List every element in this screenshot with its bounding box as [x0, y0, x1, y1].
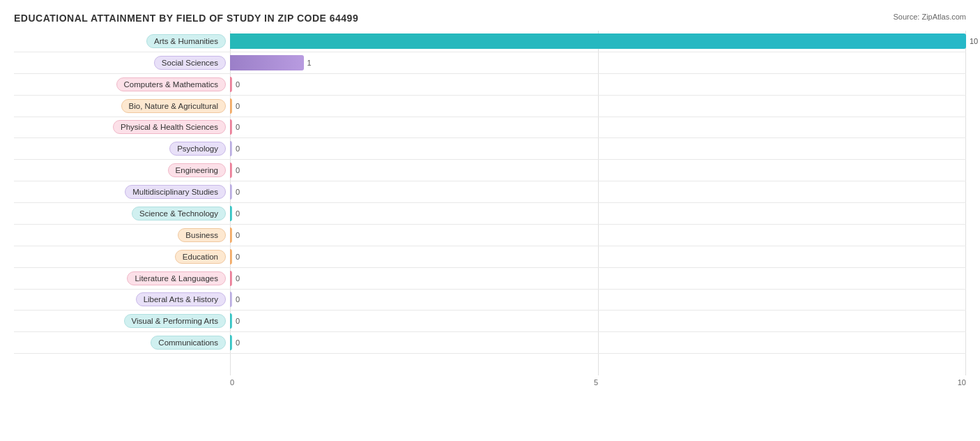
bar-track: 10 — [230, 31, 966, 52]
bar-row: Science & Technology0 — [14, 203, 966, 225]
bar-label-pill: Social Sciences — [154, 56, 226, 70]
bar-value: 10 — [970, 37, 978, 45]
bar-label-container: Bio, Nature & Agricultural — [14, 99, 230, 113]
bars-area: Arts & Humanities10Social Sciences1Compu… — [14, 31, 966, 375]
bar-fill — [230, 335, 232, 350]
bar-track: 1 — [230, 52, 966, 73]
chart-area: Arts & Humanities10Social Sciences1Compu… — [14, 31, 966, 396]
bar-value: 0 — [236, 166, 240, 174]
bar-row: Business0 — [14, 225, 966, 246]
bar-label-container: Social Sciences — [14, 56, 230, 70]
bar-label-pill: Bio, Nature & Agricultural — [121, 99, 226, 113]
bar-track: 0 — [230, 246, 966, 267]
bar-fill — [230, 292, 232, 307]
bar-value: 1 — [307, 59, 312, 67]
bar-track: 0 — [230, 74, 966, 95]
bar-label-container: Visual & Performing Arts — [14, 314, 230, 328]
bar-row: Education0 — [14, 246, 966, 268]
bar-fill — [230, 141, 232, 156]
bar-track: 0 — [230, 225, 966, 246]
bar-track: 0 — [230, 96, 966, 117]
bar-track: 0 — [230, 332, 966, 353]
bar-track: 0 — [230, 268, 966, 289]
bar-row: Communications0 — [14, 332, 966, 354]
bar-row: Computers & Mathematics0 — [14, 74, 966, 96]
bar-label-container: Psychology — [14, 142, 230, 156]
bar-label-pill: Computers & Mathematics — [116, 77, 227, 91]
bar-label-container: Education — [14, 250, 230, 264]
bar-fill — [230, 249, 232, 264]
bar-row: Arts & Humanities10 — [14, 31, 966, 52]
bar-value: 0 — [236, 338, 240, 347]
chart-container: EDUCATIONAL ATTAINMENT BY FIELD OF STUDY… — [0, 0, 980, 441]
bar-fill — [230, 271, 232, 286]
bar-row: Social Sciences1 — [14, 52, 966, 74]
bar-label-container: Arts & Humanities — [14, 34, 230, 48]
bar-label-pill: Multidisciplinary Studies — [125, 185, 226, 199]
bar-fill — [230, 227, 232, 243]
bar-label-container: Communications — [14, 336, 230, 350]
bar-label-pill: Business — [178, 228, 226, 242]
bar-row: Visual & Performing Arts0 — [14, 311, 966, 332]
bar-value: 0 — [236, 144, 240, 153]
bar-label-pill: Visual & Performing Arts — [124, 314, 226, 328]
bar-row: Psychology0 — [14, 138, 966, 160]
bar-value: 0 — [236, 102, 240, 110]
bar-value: 0 — [236, 253, 240, 261]
bar-label-pill: Psychology — [169, 142, 226, 156]
x-axis-label: 10 — [958, 378, 966, 387]
bar-fill — [230, 119, 232, 135]
bar-value: 0 — [236, 274, 240, 283]
bar-value: 0 — [236, 80, 240, 89]
bar-label-pill: Arts & Humanities — [146, 34, 226, 48]
bar-track: 0 — [230, 160, 966, 181]
bar-fill — [230, 55, 304, 70]
bar-track: 0 — [230, 181, 966, 202]
chart-source: Source: ZipAtlas.com — [893, 13, 966, 21]
bar-row: Bio, Nature & Agricultural0 — [14, 96, 966, 117]
bar-label-container: Physical & Health Sciences — [14, 120, 230, 134]
bar-value: 0 — [236, 317, 240, 325]
bar-label-pill: Education — [175, 250, 226, 264]
bar-label-pill: Communications — [151, 336, 226, 350]
bar-label-container: Business — [14, 228, 230, 242]
bar-label-pill: Liberal Arts & History — [136, 292, 226, 306]
bar-track: 0 — [230, 290, 966, 311]
bar-row: Literature & Languages0 — [14, 268, 966, 290]
bar-label-container: Liberal Arts & History — [14, 292, 230, 306]
bar-row: Physical & Health Sciences0 — [14, 117, 966, 139]
bar-row: Liberal Arts & History0 — [14, 290, 966, 311]
bar-fill — [230, 206, 232, 221]
bar-label-pill: Literature & Languages — [127, 271, 226, 285]
x-axis: 0510 — [230, 375, 966, 396]
bar-label-pill: Engineering — [168, 163, 226, 177]
bar-row: Multidisciplinary Studies0 — [14, 181, 966, 203]
bar-label-pill: Physical & Health Sciences — [113, 120, 226, 134]
bar-label-pill: Science & Technology — [132, 207, 226, 221]
bar-value: 0 — [236, 295, 240, 304]
bar-label-container: Multidisciplinary Studies — [14, 185, 230, 199]
bar-value: 0 — [236, 123, 240, 131]
bar-label-container: Engineering — [14, 163, 230, 177]
bar-value: 0 — [236, 231, 240, 239]
bar-track: 0 — [230, 311, 966, 331]
bar-track: 0 — [230, 117, 966, 138]
bar-value: 0 — [236, 209, 240, 218]
bar-track: 0 — [230, 203, 966, 224]
bar-value: 0 — [236, 188, 240, 196]
bar-fill — [230, 98, 232, 114]
bar-fill — [230, 184, 232, 200]
bar-row: Engineering0 — [14, 160, 966, 181]
x-axis-label: 0 — [230, 378, 234, 387]
bar-fill — [230, 33, 966, 49]
bar-fill — [230, 163, 232, 178]
bar-label-container: Science & Technology — [14, 207, 230, 221]
bar-fill — [230, 313, 232, 329]
chart-title: EDUCATIONAL ATTAINMENT BY FIELD OF STUDY… — [14, 13, 966, 24]
x-axis-label: 5 — [594, 378, 598, 387]
bar-track: 0 — [230, 138, 966, 159]
bar-label-container: Literature & Languages — [14, 271, 230, 285]
bar-fill — [230, 77, 232, 92]
bar-label-container: Computers & Mathematics — [14, 77, 230, 91]
